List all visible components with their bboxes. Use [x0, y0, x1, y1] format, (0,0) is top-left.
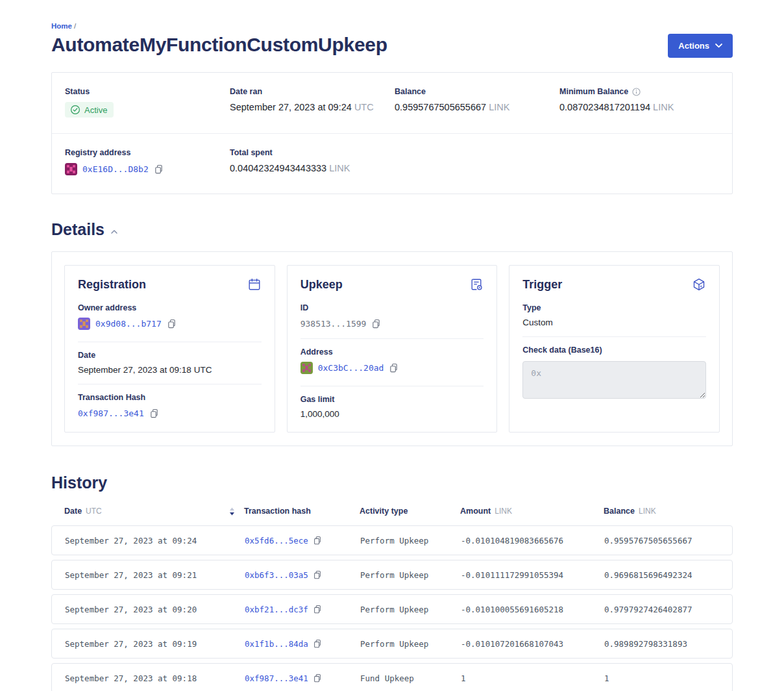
transaction-hash-field: Transaction Hash 0xf987...3e41 — [78, 384, 262, 419]
status-label: Status — [65, 87, 230, 96]
summary-registry-address: Registry address 0xE16D...D8b2 — [65, 148, 230, 178]
total-spent-value: 0.04042324943443333 — [230, 163, 326, 173]
copy-icon[interactable] — [389, 363, 398, 373]
registration-date-label: Date — [78, 351, 262, 360]
document-gear-icon — [469, 277, 484, 292]
balance-label: Balance — [395, 87, 559, 96]
check-circle-icon — [70, 105, 80, 115]
row-activity: Fund Upkeep — [360, 673, 461, 683]
collapse-details-button[interactable] — [111, 230, 117, 234]
upkeep-address-identicon — [300, 362, 313, 374]
row-balance: 0.9696815696492324 — [604, 570, 719, 580]
row-activity: Perform Upkeep — [360, 570, 461, 580]
table-row: September 27, 2023 at 09:19 0x1f1b...84d… — [51, 629, 733, 659]
status-badge: Active — [65, 102, 114, 118]
registry-identicon — [65, 163, 77, 175]
sort-icon[interactable] — [229, 507, 235, 516]
row-activity: Perform Upkeep — [360, 605, 461, 614]
history-table-header: DateUTC Transaction hash Activity type A… — [51, 507, 733, 516]
copy-icon[interactable] — [313, 570, 322, 579]
row-amount: -0.010111172991055394 — [461, 570, 604, 580]
total-spent-label: Total spent — [230, 148, 395, 157]
row-activity: Perform Upkeep — [360, 639, 461, 649]
breadcrumb-separator: / — [74, 22, 76, 30]
total-spent-suffix: LINK — [329, 163, 350, 173]
trigger-card: Trigger Type Custom Check data (Base16) — [509, 265, 720, 433]
upkeep-title: Upkeep — [300, 278, 343, 292]
page-title: AutomateMyFunctionCustomUpkeep — [51, 34, 387, 56]
registration-date-field: Date September 27, 2023 at 09:18 UTC — [78, 342, 262, 384]
col-date-sub: UTC — [86, 507, 102, 516]
col-date-label: Date — [64, 507, 82, 516]
row-amount: -0.010107201668107043 — [461, 639, 604, 649]
row-hash-link[interactable]: 0xf987...3e41 — [245, 673, 308, 683]
summary-date-ran: Date ran September 27, 2023 at 09:24 UTC — [230, 87, 395, 118]
row-hash-link[interactable]: 0x5fd6...5ece — [245, 536, 308, 546]
upkeep-card: Upkeep ID 938513...1599 Address — [287, 265, 498, 433]
balance-suffix: LINK — [489, 102, 509, 112]
upkeep-id-field: ID 938513...1599 — [300, 302, 484, 338]
min-balance-value: 0.0870234817201194 — [559, 102, 650, 112]
copy-icon[interactable] — [154, 164, 164, 174]
row-hash-link[interactable]: 0x1f1b...84da — [245, 639, 308, 649]
gas-limit-value: 1,000,000 — [300, 409, 484, 419]
breadcrumb: Home/ — [51, 22, 733, 30]
row-activity: Perform Upkeep — [360, 536, 461, 546]
trigger-type-value: Custom — [522, 318, 706, 327]
summary-total-spent: Total spent 0.04042324943443333 LINK — [230, 148, 395, 178]
row-date: September 27, 2023 at 09:20 — [65, 605, 245, 614]
copy-icon[interactable] — [313, 673, 322, 683]
owner-address-link[interactable]: 0x9d08...b717 — [95, 319, 162, 329]
check-data-field: Check data (Base16) — [522, 336, 706, 401]
check-data-input[interactable] — [522, 361, 706, 399]
row-amount: 1 — [461, 673, 604, 683]
summary-min-balance: Minimum Balance 0.0870234817201194 LINK — [559, 87, 719, 118]
col-amount-sub: LINK — [495, 507, 512, 516]
row-amount: -0.010100055691605218 — [461, 605, 604, 614]
upkeep-address-field: Address 0xC3bC...20ad — [300, 338, 484, 386]
row-hash-link[interactable]: 0xbf21...dc3f — [245, 605, 308, 614]
table-row: September 27, 2023 at 09:24 0x5fd6...5ec… — [51, 525, 733, 555]
registration-date-value: September 27, 2023 at 09:18 UTC — [78, 365, 262, 375]
summary-card: Status Active Date ran September 27, 202… — [51, 72, 733, 194]
col-hash-label: Transaction hash — [244, 507, 311, 516]
copy-icon[interactable] — [149, 408, 159, 418]
copy-icon[interactable] — [313, 536, 322, 545]
table-row: September 27, 2023 at 09:21 0xb6f3...03a… — [51, 560, 733, 590]
upkeep-address-link[interactable]: 0xC3bC...20ad — [318, 363, 384, 373]
row-date: September 27, 2023 at 09:21 — [65, 570, 245, 580]
owner-address-label: Owner address — [78, 303, 262, 312]
min-balance-label: Minimum Balance — [559, 87, 628, 96]
table-row: September 27, 2023 at 09:18 0xf987...3e4… — [51, 663, 733, 691]
summary-status: Status Active — [65, 87, 230, 118]
registry-address-link[interactable]: 0xE16D...D8b2 — [82, 164, 149, 174]
row-balance: 0.9595767505655667 — [604, 536, 719, 546]
upkeep-address-label: Address — [300, 347, 484, 357]
row-date: September 27, 2023 at 09:18 — [65, 673, 245, 683]
col-balance-sub: LINK — [639, 507, 656, 516]
actions-button-label: Actions — [678, 41, 709, 51]
row-hash-link[interactable]: 0xb6f3...03a5 — [245, 570, 308, 580]
page: Home/ AutomateMyFunctionCustomUpkeep Act… — [51, 0, 733, 691]
transaction-hash-link[interactable]: 0xf987...3e41 — [78, 408, 144, 418]
trigger-type-label: Type — [522, 303, 706, 312]
col-activity-label: Activity type — [360, 507, 408, 516]
copy-icon[interactable] — [313, 639, 322, 648]
actions-button[interactable]: Actions — [668, 34, 733, 58]
details-heading: Details — [51, 220, 104, 239]
owner-identicon — [78, 318, 90, 330]
copy-icon[interactable] — [167, 319, 177, 329]
calendar-icon — [247, 277, 262, 292]
date-ran-suffix: UTC — [354, 102, 374, 112]
copy-icon[interactable] — [371, 319, 381, 329]
info-icon[interactable] — [632, 88, 641, 96]
breadcrumb-home-link[interactable]: Home — [51, 22, 72, 30]
details-panel: Registration Owner address 0x9d08...b717 — [51, 251, 733, 446]
col-balance-label: Balance — [604, 507, 635, 516]
chevron-down-icon — [715, 44, 722, 48]
date-ran-value: September 27, 2023 at 09:24 — [230, 102, 352, 112]
check-data-label: Check data (Base16) — [522, 346, 706, 355]
col-amount-label: Amount — [460, 507, 491, 516]
copy-icon[interactable] — [313, 605, 322, 614]
history-heading: History — [51, 473, 733, 492]
